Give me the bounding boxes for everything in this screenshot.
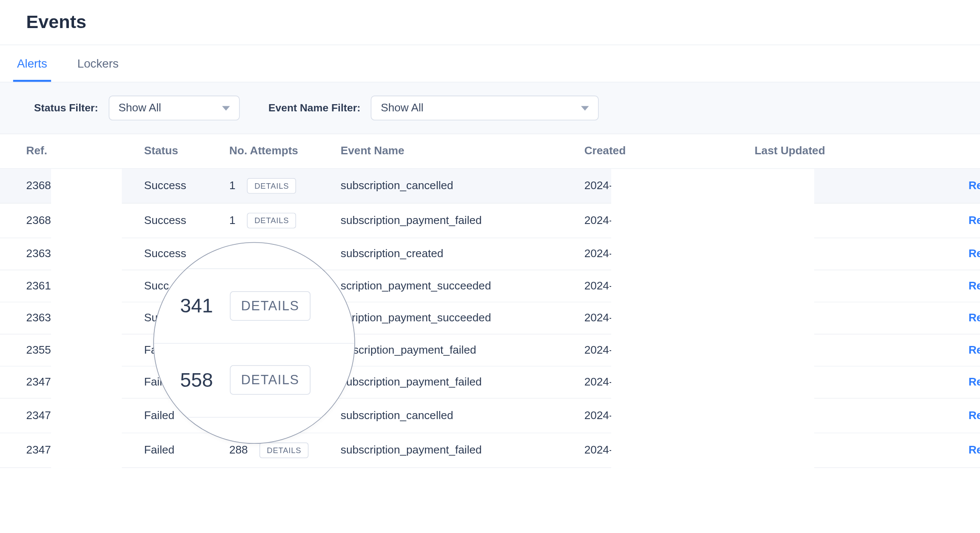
retry-button[interactable]: Retry — [932, 409, 980, 422]
table-row[interactable]: 2347 Failed 288 DETAILS subscription_pay… — [0, 433, 980, 468]
cell-ref: 2361 — [26, 280, 144, 293]
zoom-attempts-1: 341 — [180, 295, 213, 317]
status-filter-label: Status Filter: — [34, 102, 98, 114]
cell-created: 2024-0 — [584, 179, 755, 193]
cell-event-name: scription_payment_succeeded — [341, 312, 584, 325]
retry-button[interactable]: Retry — [932, 312, 980, 325]
cell-ref: 2355 — [26, 344, 144, 357]
tabs-bar: Alerts Lockers — [0, 45, 980, 82]
cell-created: 2024-0 — [584, 214, 755, 227]
cell-ref: 2347 — [26, 444, 144, 457]
table-row[interactable]: 2347 Failed 2 subscription_payment_faile… — [0, 366, 980, 398]
status-filter-value: Show All — [118, 102, 161, 115]
cell-created: 2024-0 — [584, 280, 755, 293]
cell-event-name: subscription_payment_failed — [341, 214, 584, 227]
cell-ref: 2347 — [26, 376, 144, 389]
col-created: Created — [584, 145, 755, 158]
table-header-row: Ref. Status No. Attempts Event Name Crea… — [0, 134, 980, 169]
cell-last-updated: 23:50:50 — [755, 409, 932, 422]
retry-button[interactable]: Retry — [932, 376, 980, 389]
table-row[interactable]: 2368 Success 1 DETAILS subscription_canc… — [0, 169, 980, 204]
cell-created: 2024-0 — [584, 376, 755, 389]
cell-ref: 2363 — [26, 247, 144, 261]
events-table: Ref. Status No. Attempts Event Name Crea… — [0, 134, 980, 468]
cell-event-name: subscription_cancelled — [341, 179, 584, 193]
table-row[interactable]: 2363 Succ scription_payment_succeeded 20… — [0, 302, 980, 334]
retry-button[interactable]: Retry — [932, 344, 980, 357]
cell-last-updated: 23:58:08 — [755, 376, 932, 389]
retry-button[interactable]: Retry — [932, 280, 980, 293]
retry-button[interactable]: Retry — [932, 214, 980, 227]
cell-event-name: scription_payment_succeeded — [341, 280, 584, 293]
zoom-details-button-1[interactable]: DETAILS — [230, 291, 311, 320]
cell-event-name: ubscription_payment_failed — [341, 344, 584, 357]
cell-ref: 2368 — [26, 214, 144, 227]
cell-event-name: subscription_payment_failed — [341, 376, 584, 389]
cell-created: 2024-0 — [584, 312, 755, 325]
zoom-lens: 341 DETAILS 558 DETAILS — [153, 242, 355, 444]
cell-status: Success — [144, 214, 229, 227]
cell-attempts: 1 — [229, 179, 236, 193]
page-title: Events — [0, 6, 980, 44]
status-filter-select[interactable]: Show All — [108, 96, 239, 121]
col-last-updated: Last Updated — [755, 145, 932, 158]
filters-bar: Status Filter: Show All Event Name Filte… — [0, 82, 980, 134]
col-attempts: No. Attempts — [229, 145, 341, 158]
cell-attempts: 288 — [229, 444, 248, 457]
retry-button[interactable]: Retry — [932, 444, 980, 457]
retry-button[interactable]: Retry — [932, 179, 980, 193]
cell-last-updated: 23:50:19 — [755, 444, 932, 457]
event-name-filter-label: Event Name Filter: — [268, 102, 360, 114]
tab-alerts[interactable]: Alerts — [13, 45, 51, 82]
event-name-filter-select[interactable]: Show All — [371, 96, 599, 121]
col-event-name: Event Name — [341, 145, 584, 158]
table-row[interactable]: 2361 Succ scription_payment_succeeded 20… — [0, 270, 980, 302]
chevron-down-icon — [581, 106, 589, 111]
details-button[interactable]: DETAILS — [259, 442, 308, 458]
event-name-filter-value: Show All — [381, 102, 423, 115]
chevron-down-icon — [222, 106, 230, 111]
tab-lockers[interactable]: Lockers — [74, 45, 123, 82]
cell-last-updated: 00:08:43 — [755, 214, 932, 227]
table-row[interactable]: 2363 Success subscription_created 2024-0… — [0, 238, 980, 270]
zoom-details-button-2[interactable]: DETAILS — [230, 365, 311, 394]
cell-status: Failed — [144, 444, 229, 457]
table-row[interactable]: 2347 Failed 288 DETAILS subscription_can… — [0, 399, 980, 434]
table-row[interactable]: 2368 Success 1 DETAILS subscription_paym… — [0, 204, 980, 238]
cell-last-updated: 23:56:58 — [755, 344, 932, 357]
cell-event-name: subscription_cancelled — [341, 409, 584, 422]
retry-button[interactable]: Retry — [932, 247, 980, 261]
cell-attempts: 1 — [229, 214, 236, 227]
col-ref: Ref. — [26, 145, 144, 158]
cell-last-updated: 12:25:33 — [755, 247, 932, 261]
table-row[interactable]: 2355 Failed ubscription_payment_failed 2… — [0, 335, 980, 366]
cell-ref: 2363 — [26, 312, 144, 325]
cell-ref: 2368 — [26, 179, 144, 193]
zoom-attempts-2: 558 — [180, 369, 213, 391]
cell-created: 2024-0 — [584, 247, 755, 261]
col-status: Status — [144, 145, 229, 158]
cell-last-updated: 00:08:43 — [755, 179, 932, 193]
cell-created: 2024-0 — [584, 409, 755, 422]
details-button[interactable]: DETAILS — [247, 178, 296, 194]
cell-created: 2024-0 — [584, 444, 755, 457]
cell-event-name: subscription_payment_failed — [341, 444, 584, 457]
cell-ref: 2347 — [26, 409, 144, 422]
cell-event-name: subscription_created — [341, 247, 584, 261]
cell-created: 2024-0 — [584, 344, 755, 357]
details-button[interactable]: DETAILS — [247, 213, 296, 229]
cell-last-updated: 12:14:24 — [755, 312, 932, 325]
cell-last-updated: 12:15:50 — [755, 280, 932, 293]
cell-status: Success — [144, 179, 229, 193]
